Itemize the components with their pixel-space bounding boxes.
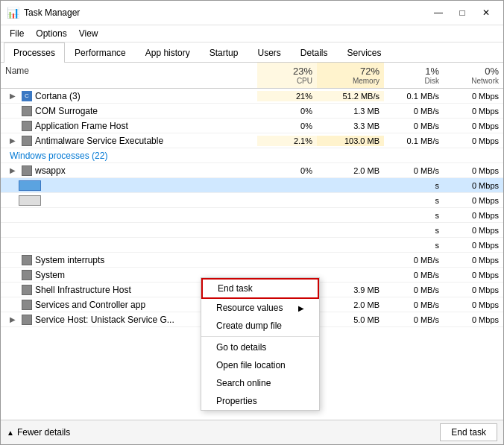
fewer-details-label: Fewer details <box>17 427 70 438</box>
table-row[interactable]: ▶ Application Frame Host 0% 3.3 MB 0 MB/… <box>1 119 503 133</box>
fewer-details-button[interactable]: ▲ Fewer details <box>7 427 70 438</box>
memory-value: 3.9 MB <box>317 285 384 295</box>
context-menu-properties[interactable]: Properties <box>201 392 319 410</box>
network-value: 0 Mbps <box>444 210 503 221</box>
network-value: 0 Mbps <box>444 195 503 206</box>
context-menu-resource-values[interactable]: Resource values ▶ <box>201 299 319 317</box>
task-manager-window: 📊 Task Manager — □ ✕ File Options View P… <box>0 0 504 445</box>
close-button[interactable]: ✕ <box>475 5 497 20</box>
cpu-value <box>257 200 317 201</box>
process-name: ▶ Application Frame Host <box>1 120 257 132</box>
table-row[interactable]: s 0 Mbps <box>1 193 503 208</box>
memory-value <box>317 215 384 216</box>
context-menu-go-to-details[interactable]: Go to details <box>201 338 319 356</box>
cpu-value: 0% <box>257 121 317 131</box>
tab-startup[interactable]: Startup <box>200 42 248 63</box>
context-menu-open-file-location[interactable]: Open file location <box>201 356 319 374</box>
network-value: 0 Mbps <box>444 240 503 250</box>
end-task-button[interactable]: End task <box>440 423 497 441</box>
col-name[interactable]: Name <box>1 63 257 88</box>
col-memory[interactable]: 72% Memory <box>317 63 384 88</box>
network-value: 0 Mbps <box>444 136 503 146</box>
col-disk[interactable]: 1% Disk <box>384 63 444 88</box>
context-menu-create-dump[interactable]: Create dump file <box>201 317 319 335</box>
disk-value: 0.1 MB/s <box>384 136 444 146</box>
expand-icon[interactable]: ▶ <box>10 315 19 324</box>
col-network[interactable]: 0% Network <box>444 63 503 88</box>
title-bar-left: 📊 Task Manager <box>7 7 80 19</box>
tab-bar: Processes Performance App history Startu… <box>1 42 503 63</box>
memory-value <box>317 244 384 246</box>
window-title: Task Manager <box>24 7 80 18</box>
disk-value: s <box>384 225 444 236</box>
cpu-value <box>257 259 317 261</box>
network-value: 0 Mbps <box>444 285 503 295</box>
process-name: ▶ wsappx <box>1 165 257 177</box>
expand-icon[interactable]: ▶ <box>10 92 19 101</box>
tab-users[interactable]: Users <box>248 42 290 63</box>
process-name: ▶ Antimalware Service Executable <box>1 135 257 147</box>
cpu-value: 0% <box>257 106 317 116</box>
disk-value: s <box>384 195 444 206</box>
process-name <box>1 180 257 192</box>
menu-file[interactable]: File <box>4 27 30 40</box>
context-menu-search-online[interactable]: Search online <box>201 374 319 392</box>
process-icon: C <box>22 91 32 101</box>
memory-value <box>317 230 384 231</box>
minimize-button[interactable]: — <box>427 5 450 20</box>
expand-icon[interactable]: ▶ <box>10 136 19 145</box>
app-icon: 📊 <box>7 7 19 19</box>
maximize-button[interactable]: □ <box>451 5 473 20</box>
menu-options[interactable]: Options <box>30 27 72 40</box>
disk-value: s <box>384 210 444 221</box>
disk-value: 0 MB/s <box>384 270 444 280</box>
disk-value: 0.1 MB/s <box>384 91 444 101</box>
process-icon <box>19 180 41 191</box>
disk-value: s <box>384 240 444 250</box>
tab-app-history[interactable]: App history <box>136 42 200 63</box>
memory-value <box>317 200 384 201</box>
table-row[interactable]: s 0 Mbps <box>1 208 503 223</box>
cpu-value: 21% <box>257 91 317 101</box>
memory-value: 103.0 MB <box>317 136 384 146</box>
process-icon <box>19 195 41 206</box>
table-row[interactable]: ▶ Antimalware Service Executable 2.1% 10… <box>1 133 503 148</box>
memory-value <box>317 185 384 186</box>
tab-processes[interactable]: Processes <box>4 42 65 63</box>
network-value: 0 Mbps <box>444 106 503 116</box>
menu-view[interactable]: View <box>73 27 104 40</box>
table-row[interactable]: ▶ C Cortana (3) 21% 51.2 MB/s 0.1 MB/s 0… <box>1 89 503 104</box>
cpu-value <box>257 215 317 216</box>
table-row[interactable]: ▶ COM Surrogate 0% 1.3 MB 0 MB/s 0 Mbps <box>1 104 503 119</box>
cpu-value <box>257 185 317 186</box>
cpu-value: 2.1% <box>257 136 317 146</box>
network-value: 0 Mbps <box>444 180 503 191</box>
tab-services[interactable]: Services <box>338 42 391 63</box>
table-row[interactable]: ▶ System interrupts 0 MB/s 0 Mbps <box>1 253 503 268</box>
col-cpu[interactable]: 23% CPU <box>257 63 317 88</box>
disk-value: 0 MB/s <box>384 315 444 325</box>
process-name: ▶ C Cortana (3) <box>1 90 257 102</box>
process-name <box>1 230 257 231</box>
memory-value <box>317 274 384 276</box>
table-row[interactable]: s 0 Mbps <box>1 178 503 193</box>
process-name <box>1 244 257 246</box>
status-bar: ▲ Fewer details End task <box>1 420 503 444</box>
disk-value: 0 MB/s <box>384 106 444 116</box>
disk-value: 0 MB/s <box>384 300 444 310</box>
disk-value: 0 MB/s <box>384 165 444 176</box>
tab-performance[interactable]: Performance <box>65 42 136 63</box>
submenu-arrow-icon: ▶ <box>298 304 304 312</box>
table-row[interactable]: s 0 Mbps <box>1 223 503 238</box>
table-row[interactable]: ▶ wsappx 0% 2.0 MB 0 MB/s 0 Mbps <box>1 163 503 178</box>
table-row[interactable]: s 0 Mbps <box>1 238 503 253</box>
cpu-value <box>257 274 317 276</box>
context-menu-separator <box>201 336 319 337</box>
process-name <box>1 195 257 206</box>
tab-details[interactable]: Details <box>291 42 338 63</box>
expand-icon[interactable]: ▶ <box>10 166 19 175</box>
context-menu-end-task[interactable]: End task <box>201 278 319 299</box>
menu-bar: File Options View <box>1 25 503 42</box>
memory-value <box>317 259 384 261</box>
network-value: 0 Mbps <box>444 270 503 280</box>
